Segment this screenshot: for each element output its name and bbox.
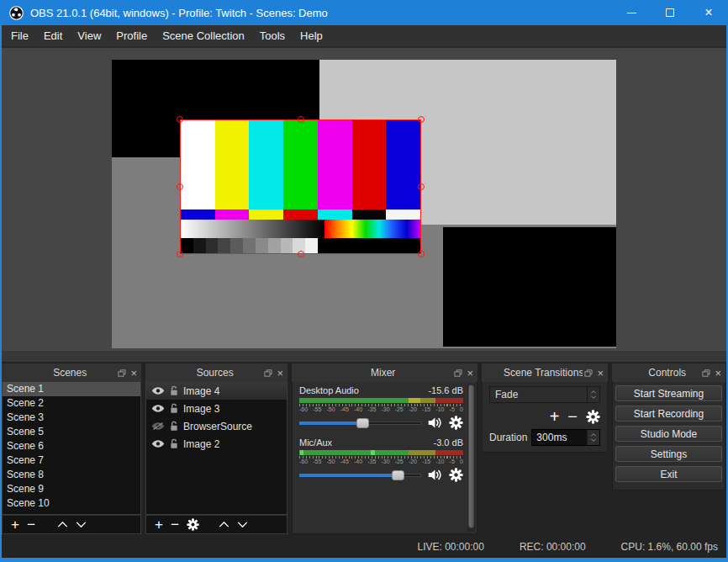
menu-edit[interactable]: Edit bbox=[36, 25, 70, 46]
close-panel-icon[interactable]: × bbox=[277, 368, 283, 379]
mixer-panel-header[interactable]: Mixer × bbox=[292, 363, 477, 382]
move-source-up-button[interactable] bbox=[219, 522, 229, 528]
remove-transition-button[interactable]: − bbox=[567, 408, 578, 425]
volume-slider[interactable] bbox=[299, 418, 421, 428]
transition-select-spinner[interactable] bbox=[587, 387, 599, 402]
slider-thumb[interactable] bbox=[356, 418, 369, 428]
close-panel-icon[interactable]: × bbox=[715, 368, 721, 379]
duration-spinner[interactable] bbox=[587, 430, 599, 445]
exit-button[interactable]: Exit bbox=[615, 466, 722, 482]
scene-list-item[interactable]: Scene 1 bbox=[3, 382, 140, 396]
menu-view[interactable]: View bbox=[70, 25, 108, 46]
chevron-up-icon bbox=[590, 390, 597, 394]
visibility-eye-icon[interactable] bbox=[151, 386, 165, 395]
scene-list-item[interactable]: Scene 9 bbox=[3, 482, 140, 496]
resize-handle-bottom-right[interactable] bbox=[418, 251, 425, 257]
source-list-item[interactable]: Image 4 bbox=[146, 382, 287, 400]
source-properties-button[interactable] bbox=[187, 518, 199, 531]
transition-select[interactable]: Fade bbox=[489, 386, 600, 403]
slider-thumb[interactable] bbox=[392, 470, 404, 480]
resize-handle-top-left[interactable] bbox=[177, 116, 183, 123]
scene-list-item[interactable]: Scene 3 bbox=[3, 411, 140, 425]
menu-scene-collection[interactable]: Scene Collection bbox=[155, 25, 252, 46]
scene-list-item[interactable]: Scene 7 bbox=[3, 453, 140, 468]
resize-handle-bottom-center[interactable] bbox=[298, 251, 304, 257]
add-scene-button[interactable]: + bbox=[11, 517, 19, 532]
menu-file[interactable]: File bbox=[3, 25, 36, 46]
scenes-list[interactable]: Scene 1Scene 2Scene 3Scene 5Scene 6Scene… bbox=[2, 382, 141, 515]
move-scene-up-button[interactable] bbox=[57, 522, 68, 528]
remove-source-button[interactable]: − bbox=[171, 517, 179, 532]
resize-handle-mid-left[interactable] bbox=[177, 183, 183, 190]
mixer-scrollbar-thumb[interactable] bbox=[468, 384, 474, 528]
close-button[interactable]: × bbox=[689, 0, 728, 25]
transition-properties-button[interactable] bbox=[586, 410, 600, 424]
close-panel-icon[interactable]: × bbox=[467, 368, 473, 379]
source-list-item[interactable]: Image 3 bbox=[146, 400, 287, 417]
lock-icon[interactable] bbox=[170, 385, 178, 396]
controls-panel-header[interactable]: Controls × bbox=[612, 363, 725, 382]
lock-icon[interactable] bbox=[170, 438, 178, 449]
float-panel-icon[interactable] bbox=[264, 369, 272, 377]
maximize-button[interactable] bbox=[651, 0, 689, 25]
add-transition-button[interactable]: + bbox=[550, 408, 560, 425]
lock-icon[interactable] bbox=[170, 421, 178, 432]
meter-segment bbox=[409, 398, 420, 403]
scene-list-item[interactable]: Scene 6 bbox=[3, 439, 140, 453]
tick-label: -30 bbox=[381, 406, 389, 414]
menu-help[interactable]: Help bbox=[293, 25, 330, 46]
menu-tools[interactable]: Tools bbox=[252, 25, 293, 46]
float-panel-icon[interactable] bbox=[584, 369, 593, 377]
source-list-item[interactable]: Image 2 bbox=[146, 435, 287, 453]
preview-canvas[interactable] bbox=[112, 60, 616, 348]
start-recording-button[interactable]: Start Recording bbox=[615, 406, 722, 422]
resize-handle-mid-right[interactable] bbox=[418, 183, 425, 190]
speaker-icon[interactable] bbox=[427, 416, 443, 429]
sources-panel-header[interactable]: Sources × bbox=[145, 363, 288, 382]
minimize-button[interactable] bbox=[612, 0, 651, 25]
channel-settings-gear-icon[interactable] bbox=[449, 416, 463, 430]
chevron-down-icon bbox=[590, 395, 597, 399]
resize-handle-top-center[interactable] bbox=[298, 116, 304, 123]
menu-profile[interactable]: Profile bbox=[108, 25, 155, 46]
source-list-item[interactable]: BrowserSource bbox=[146, 417, 287, 435]
scenes-panel-header[interactable]: Scenes × bbox=[2, 363, 141, 382]
sources-list[interactable]: Image 4Image 3BrowserSourceImage 2 bbox=[145, 382, 288, 515]
lock-icon[interactable] bbox=[170, 403, 178, 414]
volume-slider[interactable] bbox=[299, 470, 421, 480]
remove-scene-button[interactable]: − bbox=[27, 517, 35, 532]
start-streaming-button[interactable]: Start Streaming bbox=[615, 385, 722, 401]
studio-mode-button[interactable]: Studio Mode bbox=[615, 426, 722, 442]
scene-list-item[interactable]: Scene 5 bbox=[3, 425, 140, 439]
transitions-panel-header[interactable]: Scene Transitions × bbox=[482, 363, 608, 382]
visibility-eye-icon[interactable] bbox=[151, 439, 165, 448]
close-panel-icon[interactable]: × bbox=[130, 368, 137, 379]
float-panel-icon[interactable] bbox=[118, 369, 126, 377]
channel-settings-gear-icon[interactable] bbox=[449, 468, 463, 482]
tick-label: -10 bbox=[435, 459, 444, 466]
duration-spinbox[interactable]: 300ms bbox=[531, 429, 600, 446]
visibility-eye-icon[interactable] bbox=[151, 404, 165, 413]
speaker-icon[interactable] bbox=[427, 469, 443, 481]
float-panel-icon[interactable] bbox=[454, 369, 462, 377]
mixer-scrollbar[interactable] bbox=[467, 384, 475, 532]
float-panel-icon[interactable] bbox=[702, 369, 710, 377]
meter-segment bbox=[435, 450, 463, 455]
selected-source-test-pattern[interactable] bbox=[180, 119, 421, 254]
close-panel-icon[interactable]: × bbox=[597, 368, 604, 379]
rec-time: REC: 00:00:00 bbox=[520, 541, 586, 553]
title-bar[interactable]: OBS 21.0.1 (64bit, windows) - Profile: T… bbox=[0, 0, 728, 25]
move-scene-down-button[interactable] bbox=[76, 522, 87, 528]
add-source-button[interactable]: + bbox=[155, 517, 163, 532]
resize-handle-top-right[interactable] bbox=[418, 116, 425, 123]
meter-segment bbox=[299, 450, 409, 455]
controls-panel: Controls × Start StreamingStart Recordin… bbox=[612, 363, 725, 490]
settings-button[interactable]: Settings bbox=[615, 446, 722, 462]
scene-list-item[interactable]: Scene 8 bbox=[3, 468, 140, 482]
move-source-down-button[interactable] bbox=[237, 522, 248, 528]
resize-handle-bottom-left[interactable] bbox=[177, 251, 183, 257]
scene-list-item[interactable]: Scene 10 bbox=[3, 496, 140, 511]
obs-window: OBS 21.0.1 (64bit, windows) - Profile: T… bbox=[0, 0, 728, 562]
visibility-eye-off-icon[interactable] bbox=[151, 422, 165, 431]
scene-list-item[interactable]: Scene 2 bbox=[3, 396, 140, 411]
